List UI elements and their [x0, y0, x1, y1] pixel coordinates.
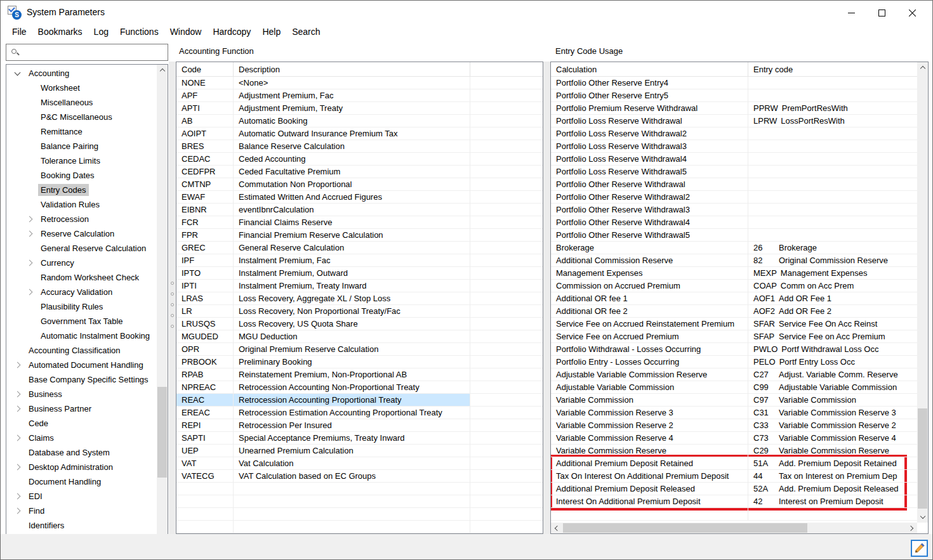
sidebar-item-business[interactable]: Business [6, 387, 157, 401]
function-table-empty-row[interactable] [176, 495, 543, 508]
usage-table-row[interactable]: Portfolio Loss Reserve Withdrawal LPRWLo… [551, 115, 917, 127]
function-table-row[interactable]: AB Automatic Booking [176, 115, 543, 127]
scroll-up-button[interactable] [917, 62, 928, 73]
usage-table-row[interactable]: Portfolio Other Reserve Entry5 [551, 89, 917, 102]
tree-chevron-icon[interactable] [14, 465, 26, 469]
function-table-row[interactable]: CEDAC Ceded Accounting [176, 153, 543, 166]
sidebar-item-document-handling[interactable]: Document Handling [6, 474, 157, 489]
usage-table-row[interactable]: Interest On Additional Premium Deposit 4… [551, 495, 917, 508]
sidebar-item-business-partner[interactable]: Business Partner [6, 401, 157, 416]
usage-table-row[interactable]: Portfolio Entry - Losses Occurring PELOP… [551, 356, 917, 368]
usage-horizontal-scrollbar[interactable] [551, 523, 917, 533]
usage-table-row[interactable]: Variable Commission Reserve 3 C31Variabl… [551, 407, 917, 419]
function-table-empty-row[interactable] [176, 483, 543, 495]
function-table-row[interactable]: OPR Original Premium Reserve Calculation [176, 343, 543, 356]
usage-table-row[interactable]: Additional Commission Reserve 82Original… [551, 254, 917, 267]
sidebar-item-database-and-system[interactable]: Database and System [6, 445, 157, 460]
sidebar-item-miscellaneous[interactable]: Miscellaneous [6, 95, 157, 110]
sidebar-item-entry-codes[interactable]: Entry Codes [6, 183, 157, 197]
usage-table-row[interactable]: Adjustable Variable Commission Reserve C… [551, 368, 917, 381]
sidebar-item-plausibility-rules[interactable]: Plausibility Rules [6, 299, 157, 314]
usage-table-row[interactable]: Variable Commission Reserve C29Variable … [551, 445, 917, 457]
usage-table-row[interactable]: Portfolio Loss Reserve Withdrawal5 [551, 166, 917, 178]
tree-chevron-icon[interactable] [14, 72, 26, 75]
tree-chevron-icon[interactable] [14, 509, 26, 513]
menu-item-functions[interactable]: Functions [114, 25, 164, 41]
usage-table-row[interactable]: Adjustable Variable Commission C99Adjust… [551, 381, 917, 394]
usage-table-row[interactable]: Commission on Accrued Premium COAPComm o… [551, 280, 917, 292]
sidebar-item-automated-document-handling[interactable]: Automated Document Handling [6, 358, 157, 372]
right-splitter[interactable] [543, 62, 550, 534]
scroll-left-button[interactable] [551, 523, 562, 533]
minimize-button[interactable] [836, 1, 866, 25]
usage-table-row[interactable]: Additional Premium Deposit Retained 51AA… [551, 457, 917, 470]
function-table-row[interactable]: REAC Retrocession Accounting Proportiona… [176, 394, 543, 407]
sidebar-item-base-company-specific-settings[interactable]: Base Company Specific Settings [6, 372, 157, 387]
function-table-row[interactable]: FCR Financial Claims Reserve [176, 216, 543, 229]
function-table-row[interactable]: APTI Adjustment Premium, Treaty [176, 102, 543, 115]
tree-chevron-icon[interactable] [26, 290, 38, 294]
sidebar-item-cede[interactable]: Cede [6, 416, 157, 431]
function-table-row[interactable]: EWAF Estimated Written And Accrued Figur… [176, 191, 543, 204]
usage-table-row[interactable]: Management Expenses MEXPManagement Expen… [551, 267, 917, 280]
sidebar-item-reserve-calculation[interactable]: Reserve Calculation [6, 226, 157, 241]
search-input[interactable] [22, 45, 164, 60]
function-table-row[interactable]: IPTO Instalment Premium, Outward [176, 267, 543, 280]
function-table-row[interactable]: VAT Vat Calculation [176, 457, 543, 470]
function-table-empty-row[interactable] [176, 508, 543, 521]
sidebar-item-balance-pairing[interactable]: Balance Pairing [6, 139, 157, 153]
usage-table-row[interactable]: Portfolio Withdrawal - Losses Occurring … [551, 343, 917, 356]
sidebar-item-accounting-classification[interactable]: Accounting Classification [6, 343, 157, 358]
usage-table-row[interactable]: Portfolio Other Reserve Withdrawal2 [551, 191, 917, 204]
usage-table-row[interactable]: Service Fee on Accrued Premium SFAPServi… [551, 330, 917, 343]
edit-button[interactable] [911, 540, 928, 557]
sidebar-item-tolerance-limits[interactable]: Tolerance Limits [6, 153, 157, 168]
menu-item-log[interactable]: Log [88, 25, 114, 41]
usage-table-row[interactable]: Additional Premium Deposit Released 52AA… [551, 483, 917, 495]
usage-vertical-scrollbar[interactable] [917, 62, 928, 523]
sidebar-item-validation-rules[interactable]: Validation Rules [6, 197, 157, 212]
usage-table-row[interactable]: Portfolio Other Reserve Withdrawal4 [551, 216, 917, 229]
maximize-button[interactable] [866, 1, 897, 25]
sidebar-item-automatic-instalment-booking[interactable]: Automatic Instalment Booking [6, 329, 157, 343]
usage-table-row[interactable]: Additional OR fee 2 AOF2Add OR Fee 2 [551, 305, 917, 318]
sidebar-item-claims[interactable]: Claims [6, 431, 157, 445]
scroll-up-button[interactable] [157, 65, 168, 75]
function-table-row[interactable]: CEDFPR Ceded Facultative Premium [176, 166, 543, 178]
function-table-row[interactable]: CMTNP Commutation Non Proportional [176, 178, 543, 191]
function-table-row[interactable]: REPI Retrocession Per Insured [176, 419, 543, 432]
sidebar-vertical-scrollbar[interactable] [157, 65, 168, 559]
search-box[interactable] [6, 44, 168, 61]
tree-chevron-icon[interactable] [26, 217, 38, 221]
function-table-row[interactable]: LR Loss Recovery, Non Proportional Treat… [176, 305, 543, 318]
sidebar-item-accuracy-validation[interactable]: Accuracy Validation [6, 285, 157, 299]
function-table-empty-row[interactable] [176, 521, 543, 533]
sidebar-item-random-worksheet-check[interactable]: Random Worksheet Check [6, 270, 157, 285]
menu-item-bookmarks[interactable]: Bookmarks [32, 25, 88, 41]
sidebar-item-booking-dates[interactable]: Booking Dates [6, 168, 157, 183]
sidebar-item-accounting[interactable]: Accounting [6, 66, 157, 81]
tree-chevron-icon[interactable] [26, 261, 38, 265]
function-table-row[interactable]: RPAB Reinstatement Premium, Non-Proporti… [176, 368, 543, 381]
usage-table-row[interactable]: Portfolio Loss Reserve Withdrawal4 [551, 153, 917, 166]
scrollbar-thumb[interactable] [563, 523, 807, 533]
menu-item-window[interactable]: Window [164, 25, 208, 41]
function-table-row[interactable]: APF Adjustment Premium, Fac [176, 89, 543, 102]
tree-chevron-icon[interactable] [26, 231, 38, 236]
function-table-row[interactable]: IPF Instalment Premium, Fac [176, 254, 543, 267]
usage-table-row[interactable]: Service Fee on Accrued Reinstatement Pre… [551, 318, 917, 330]
usage-table-row[interactable]: Portfolio Other Reserve Entry4 [551, 77, 917, 89]
usage-table-row[interactable]: Portfolio Premium Reserve Withdrawal PPR… [551, 102, 917, 115]
usage-table-empty-row[interactable] [551, 508, 917, 521]
usage-table-row[interactable]: Portfolio Other Reserve Withdrawal [551, 178, 917, 191]
sidebar-item-government-tax-table[interactable]: Government Tax Table [6, 314, 157, 329]
usage-table-row[interactable]: Additional OR fee 1 AOF1Add OR Fee 1 [551, 292, 917, 305]
usage-table-row[interactable]: Tax On Interest On Additional Premium De… [551, 470, 917, 483]
sidebar-item-desktop-administration[interactable]: Desktop Administration [6, 460, 157, 474]
sidebar-item-general-reserve-calculation[interactable]: General Reserve Calculation [6, 241, 157, 256]
function-table-row[interactable]: MGUDED MGU Deduction [176, 330, 543, 343]
sidebar-item-identifiers[interactable]: Identifiers [6, 518, 157, 533]
scroll-down-button[interactable] [917, 512, 928, 523]
splitter-grip-icon[interactable] [169, 282, 175, 328]
sidebar-item-retrocession[interactable]: Retrocession [6, 212, 157, 226]
